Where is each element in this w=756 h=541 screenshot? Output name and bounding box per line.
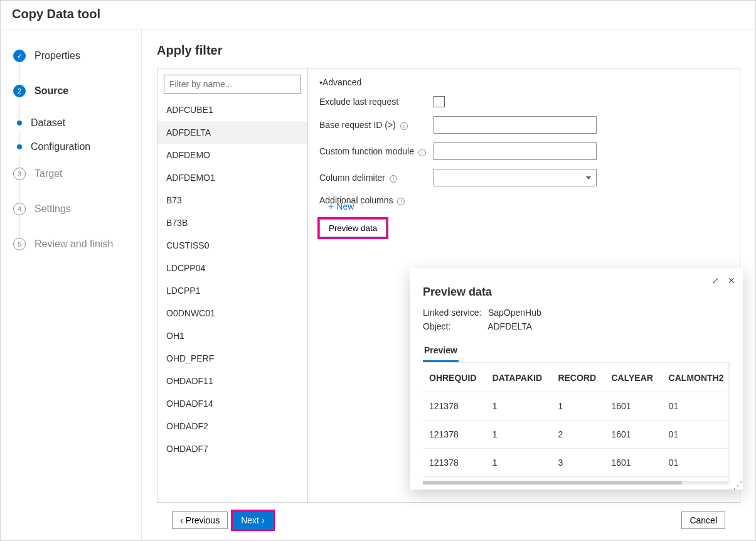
info-icon[interactable]: i — [390, 175, 397, 183]
wizard-step-settings[interactable]: 4 Settings — [13, 198, 141, 233]
wizard-step-target[interactable]: 3 Target — [13, 163, 141, 198]
previous-button[interactable]: ‹ Previous — [172, 512, 228, 529]
list-item[interactable]: B73B — [157, 212, 307, 234]
list-item[interactable]: OHDADF2 — [157, 415, 307, 437]
base-request-label: Base request ID (>) i — [319, 120, 426, 130]
wizard-step-review[interactable]: 5 Review and finish — [13, 233, 141, 255]
wizard-substep-configuration[interactable]: Configuration — [13, 139, 141, 163]
page-heading: Apply filter — [157, 43, 740, 58]
wizard-label: Settings — [35, 203, 71, 215]
object-value: ADFDELTA — [487, 321, 532, 331]
next-button[interactable]: Next › — [233, 512, 272, 529]
column-header: CALMONTH2 — [663, 363, 730, 392]
wizard-label: Source — [35, 85, 68, 97]
horizontal-scrollbar[interactable] — [423, 481, 728, 485]
col-delim-label: Column delimiter i — [319, 173, 426, 183]
wizard-step-properties[interactable]: ✓ Properties — [13, 45, 141, 80]
column-header: CALYEAR — [605, 363, 663, 392]
exclude-checkbox[interactable] — [434, 96, 445, 107]
step-number-icon: 5 — [13, 238, 26, 250]
info-icon[interactable]: i — [400, 122, 408, 130]
list-item[interactable]: LDCPP04 — [157, 257, 307, 279]
table-cell: 2 — [551, 420, 605, 449]
resize-handle[interactable]: ⋰ — [733, 479, 742, 488]
wizard-label: Review and finish — [35, 238, 113, 250]
check-icon: ✓ — [13, 50, 26, 62]
column-header: DATAPAKID — [486, 363, 552, 392]
table-cell: 1 — [486, 449, 552, 477]
preview-table: OHREQUIDDATAPAKIDRECORDCALYEARCALMONTH2/… — [423, 363, 730, 477]
close-icon[interactable]: ✕ — [728, 276, 735, 286]
wizard-label: Target — [35, 168, 62, 179]
table-cell: 3 — [551, 449, 605, 477]
table-cell: 121378 — [423, 420, 486, 449]
window-title: Copy Data tool — [1, 1, 755, 29]
col-delim-select[interactable] — [434, 169, 597, 186]
step-number-icon: 3 — [13, 168, 26, 180]
table-cell: 121378 — [423, 449, 486, 477]
cfm-label: Custom function module i — [319, 146, 426, 156]
chevron-left-icon: ‹ — [180, 515, 183, 525]
list-item[interactable]: OHDADF7 — [157, 437, 307, 460]
preview-data-button[interactable]: Preview data — [319, 219, 386, 237]
table-cell: 1601 — [605, 392, 663, 420]
step-number-icon: 4 — [13, 203, 26, 215]
wizard-label: Configuration — [31, 141, 90, 153]
plus-icon: + — [328, 201, 334, 212]
table-cell: 1 — [551, 392, 605, 420]
wizard-step-source[interactable]: 2 Source — [13, 80, 141, 115]
table-cell: 1601 — [605, 449, 663, 477]
dot-icon — [17, 144, 22, 149]
exclude-label: Exclude last request — [319, 97, 426, 107]
base-request-input[interactable] — [434, 116, 597, 134]
cfm-input[interactable] — [434, 142, 597, 160]
list-item[interactable]: ADFDEMO1 — [157, 166, 307, 189]
list-item[interactable]: ADFDELTA — [157, 121, 307, 144]
info-icon[interactable]: i — [418, 149, 426, 156]
chevron-right-icon: › — [262, 515, 265, 525]
list-item[interactable]: ADFDEMO — [157, 144, 307, 166]
table-row: 12137812160101CH02 — [423, 420, 730, 449]
list-item[interactable]: ADFCUBE1 — [157, 99, 307, 121]
table-cell: 01 — [663, 392, 730, 420]
table-cell: 01 — [663, 420, 730, 449]
wizard-label: Dataset — [31, 117, 65, 129]
table-cell: 1 — [486, 392, 552, 420]
tab-preview[interactable]: Preview — [423, 340, 459, 362]
advanced-toggle[interactable]: Advanced — [319, 77, 728, 87]
list-item[interactable]: LDCPP1 — [157, 279, 307, 302]
list-item[interactable]: B73 — [157, 189, 307, 212]
dataset-list: ADFCUBE1ADFDELTAADFDEMOADFDEMO1B73B73BCU… — [157, 99, 307, 496]
wizard-nav: ✓ Properties 2 Source Dataset Configurat… — [1, 29, 142, 540]
table-row: 12137813160101CH04 — [423, 449, 730, 477]
filter-input[interactable] — [164, 75, 301, 94]
preview-popup: ⤢ ✕ Preview data Linked service: SapOpen… — [410, 268, 743, 490]
table-row: 12137811160101CH02 — [423, 392, 730, 420]
info-icon[interactable]: i — [397, 198, 405, 205]
table-cell: 1601 — [605, 420, 663, 449]
column-header: OHREQUID — [423, 363, 486, 392]
dot-icon — [17, 121, 22, 126]
linked-service-label: Linked service: — [423, 308, 486, 318]
wizard-substep-dataset[interactable]: Dataset — [13, 115, 141, 139]
popup-title: Preview data — [423, 286, 730, 299]
list-item[interactable]: OHDADF11 — [157, 370, 307, 392]
table-cell: 01 — [663, 449, 730, 477]
list-item[interactable]: O0DNWC01 — [157, 302, 307, 324]
step-number-icon: 2 — [13, 85, 26, 97]
list-item[interactable]: OHD_PERF — [157, 347, 307, 370]
linked-service-value: SapOpenHub — [488, 308, 541, 318]
table-cell: 121378 — [423, 392, 486, 420]
column-header: RECORD — [551, 363, 605, 392]
table-cell: 1 — [486, 420, 552, 449]
list-item[interactable]: OH1 — [157, 324, 307, 347]
expand-icon[interactable]: ⤢ — [711, 276, 719, 286]
wizard-label: Properties — [35, 50, 80, 62]
object-label: Object: — [423, 321, 486, 331]
list-item[interactable]: OHDADF14 — [157, 392, 307, 415]
cancel-button[interactable]: Cancel — [681, 512, 725, 529]
list-item[interactable]: CUSTISS0 — [157, 234, 307, 257]
